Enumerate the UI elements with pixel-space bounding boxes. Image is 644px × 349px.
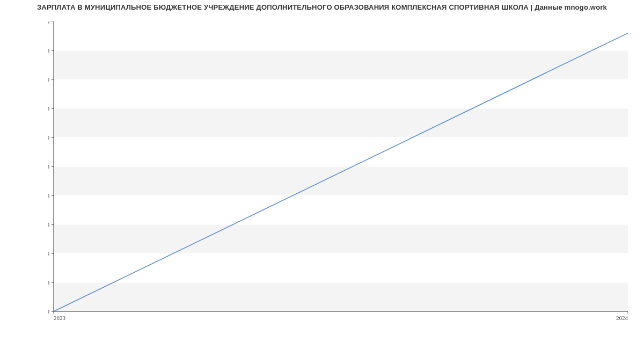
y-tick-label: 30500	[48, 47, 50, 54]
y-tick-label: 27500	[48, 221, 50, 228]
x-tick-label: 2024	[616, 315, 628, 321]
y-tick-label: 26000	[48, 308, 50, 315]
y-tick-label: 30000	[48, 76, 50, 83]
y-tick-label: 27000	[48, 250, 50, 257]
svg-rect-5	[54, 137, 628, 166]
chart-plot-area: 2600026500270002750028000285002900029500…	[48, 21, 628, 322]
svg-rect-1	[54, 253, 628, 282]
y-tick-label: 31000	[48, 21, 50, 25]
y-tick-label: 28000	[48, 192, 50, 199]
chart-title: ЗАРПЛАТА В МУНИЦИПАЛЬНОЕ БЮДЖЕТНОЕ УЧРЕЖ…	[0, 3, 644, 11]
y-tick-label: 29000	[48, 134, 50, 141]
y-tick-label: 29500	[48, 105, 50, 112]
svg-rect-6	[54, 108, 628, 137]
y-tick-label: 26500	[48, 279, 50, 286]
x-tick-label: 2023	[54, 315, 66, 321]
svg-rect-0	[54, 282, 628, 311]
y-tick-label: 28500	[48, 163, 50, 170]
svg-rect-7	[54, 79, 628, 108]
svg-rect-3	[54, 195, 628, 224]
svg-rect-2	[54, 224, 628, 253]
svg-rect-9	[54, 21, 628, 50]
svg-rect-4	[54, 166, 628, 195]
